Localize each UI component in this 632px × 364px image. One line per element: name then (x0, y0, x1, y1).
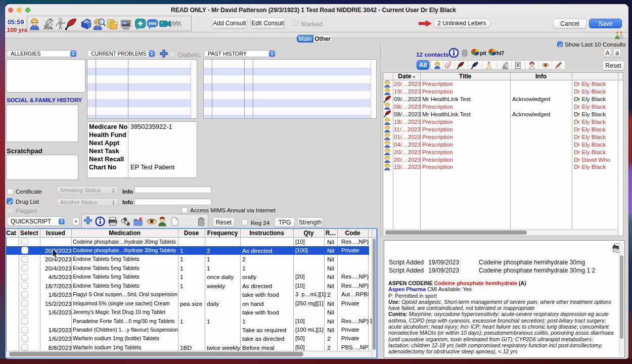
svg-text:SMS: SMS (148, 21, 157, 26)
